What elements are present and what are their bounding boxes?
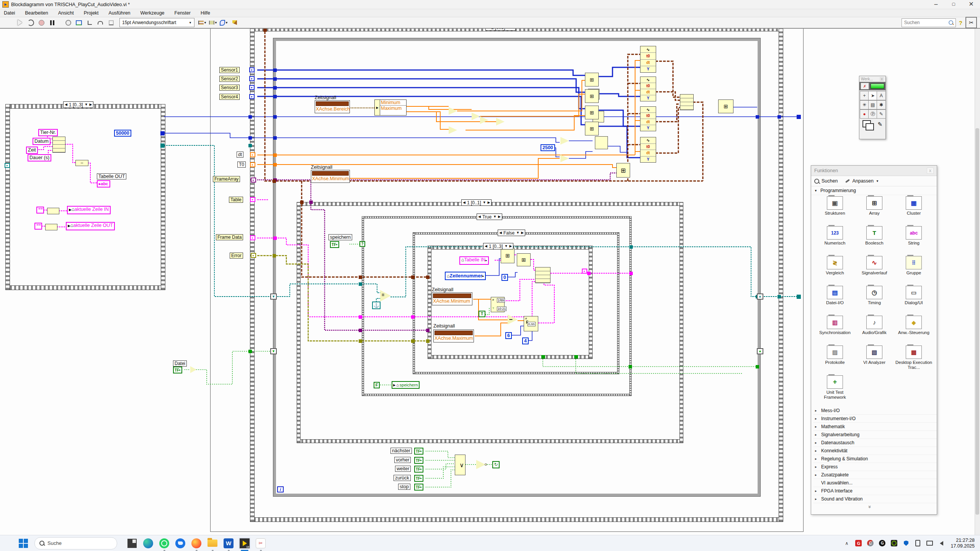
property-node-bereich[interactable]: XAchse.Bereich <box>315 100 350 113</box>
property-node-min-inner[interactable]: XAchse.Minimum <box>432 292 472 305</box>
seq3-selector[interactable]: ◀1 [0..3]▼▶ <box>483 243 513 249</box>
constant-0[interactable]: 0 <box>501 274 508 281</box>
expand-icon[interactable]: ▼ <box>814 189 817 192</box>
tray-ccleaner-icon[interactable]: C <box>867 540 874 546</box>
constant-4[interactable]: 4 <box>522 337 529 344</box>
tray-network-icon[interactable] <box>926 540 933 546</box>
palette-item-unit-test[interactable]: +Unit Test Framework <box>815 375 855 400</box>
start-button[interactable] <box>17 537 29 549</box>
prop-item[interactable]: XAchse.Bereich <box>315 106 350 112</box>
palette-item-datei-io[interactable]: ▤Datei-I/O <box>815 286 855 305</box>
datei-boolean[interactable]: TF▸ <box>173 367 182 373</box>
property-node-max-inner[interactable]: XAchse.Maximum <box>433 329 474 342</box>
palette-item-strukturen[interactable]: ▣Strukturen <box>815 196 855 216</box>
constant-true[interactable]: T <box>479 311 485 317</box>
cleanup-diagram-button[interactable] <box>230 19 239 26</box>
array-subset-node[interactable]: ⊞ <box>585 89 599 103</box>
taskbar-thunderbird[interactable] <box>174 537 186 549</box>
index-array-node[interactable]: ⊞ <box>501 248 514 263</box>
menu-werkzeuge[interactable]: Werkzeuge <box>140 10 165 16</box>
next-frame-icon[interactable]: ▶ <box>488 201 490 204</box>
prop-item[interactable]: XAchse.Maximum <box>434 336 474 341</box>
palette-cat-instrumenten-io[interactable]: ▸Instrumenten-I/O <box>813 415 937 423</box>
palette-cat-datenaustausch[interactable]: ▸Datenaustausch <box>813 439 937 447</box>
palette-cat-fpga[interactable]: ▸FPGA Interface <box>813 487 937 495</box>
dropdown-icon[interactable]: ▼ <box>85 103 88 106</box>
palette-item-dialog-ui[interactable]: ▭Dialog/UI <box>894 286 934 305</box>
auto-tool-icon[interactable]: ✗ <box>861 83 869 90</box>
constant-2500[interactable]: 2500 <box>541 144 555 151</box>
error-label[interactable]: Error <box>230 253 243 259</box>
breakpoint-tool-icon[interactable]: ● <box>860 109 869 119</box>
unbundle-node[interactable]: ▶MinimumMaximum <box>374 99 407 116</box>
v-scrollbar-thumb[interactable] <box>975 128 979 515</box>
t0-label[interactable]: T0 <box>237 161 246 168</box>
taskbar-whatsapp[interactable] <box>158 537 170 549</box>
step-over-icon[interactable] <box>96 19 105 26</box>
taskbar-labview[interactable]: 19 <box>238 537 251 549</box>
palette-cat-mathematik[interactable]: ▸Mathematik <box>813 423 937 431</box>
pause-button[interactable] <box>48 19 56 26</box>
tray-usb-icon[interactable] <box>915 540 921 546</box>
position-tool-icon[interactable]: ➤ <box>868 91 877 100</box>
dt-label[interactable]: dt <box>237 152 243 158</box>
control-dauer[interactable]: Dauer (s) <box>28 154 51 161</box>
local-var-speichern[interactable]: ▶⌂speichern <box>392 381 420 389</box>
prop-item[interactable]: XAchse.Minimum <box>311 176 350 181</box>
local-var-zeilennummer[interactable]: ⌂Zeilennummer▸ <box>445 272 486 280</box>
case-true-selector[interactable]: ◀True▼▶ <box>477 214 502 220</box>
palette-cat-konnektivitaet[interactable]: ▸Konnektivität <box>813 447 937 455</box>
speichern-label[interactable]: speichern <box>328 234 352 240</box>
prop-item[interactable]: XAchse.Minimum <box>432 298 472 304</box>
prev-frame-icon[interactable]: ◀ <box>463 201 466 204</box>
close-icon[interactable]: x <box>927 168 934 174</box>
taskbar-snipping[interactable]: ✂ <box>255 537 267 549</box>
retain-wire-values-icon[interactable] <box>75 19 83 26</box>
seq-left-selector[interactable]: ◀1 [0..3]▼▶ <box>63 101 93 108</box>
index-array-node[interactable]: ⊞ <box>517 253 531 266</box>
button-stop-label[interactable]: stop <box>398 484 410 490</box>
align-objects-button[interactable]: ▼ <box>198 19 207 26</box>
constant-6[interactable]: 6 <box>505 332 512 339</box>
menu-hilfe[interactable]: Hilfe <box>201 10 210 16</box>
tray-ghub-icon[interactable]: G <box>879 540 885 546</box>
array-node[interactable] <box>47 208 59 214</box>
frame-index-node[interactable]: ⊞ <box>616 163 630 178</box>
button-weiter-label[interactable]: weiter <box>395 466 411 472</box>
run-continuous-button[interactable] <box>26 19 35 26</box>
probe-tool-icon[interactable]: Ⓟ <box>868 109 877 119</box>
minimize-button[interactable]: – <box>927 0 945 9</box>
indicator-tabelle-out-label[interactable]: Tabelle OUT <box>97 173 126 179</box>
palette-cat-regelung[interactable]: ▸Regelung & Simulation <box>813 455 937 463</box>
build-waveform-node[interactable]: ∿t0dtY <box>640 106 656 131</box>
string-constant[interactable]: "" <box>34 223 42 230</box>
palette-item-audio-grafik[interactable]: ♪Audio/Grafik <box>854 316 894 335</box>
step-out-icon[interactable] <box>107 19 115 26</box>
button-vorher-label[interactable]: vorher <box>394 457 411 463</box>
taskbar-app-dark[interactable] <box>126 537 138 549</box>
context-help-button[interactable]: ? <box>959 20 962 26</box>
taskbar-edge[interactable] <box>142 537 154 549</box>
palette-cat-vi-auswaehlen[interactable]: VI auswählen... <box>813 479 937 487</box>
or-node[interactable]: ∨ <box>455 455 466 475</box>
sensor1-label[interactable]: Sensor1 <box>219 67 240 73</box>
palette-cat-mess-io[interactable]: ▸Mess-I/O <box>813 407 937 415</box>
anchor-node[interactable]: ⚓ <box>372 302 381 309</box>
shift-register-right[interactable]: ▼ <box>757 348 763 354</box>
menu-projekt[interactable]: Projekt <box>84 10 99 16</box>
operate-tool-icon[interactable]: + <box>860 91 869 100</box>
next-frame-icon[interactable]: ▶ <box>510 245 512 248</box>
palette-section-programmierung[interactable]: Programmierung <box>820 188 856 193</box>
local-var-aktuelle-zeile-out[interactable]: ▶⌂aktuelle Zeile OUT <box>66 222 115 230</box>
palette-customize-button[interactable]: Anpassen <box>852 178 874 184</box>
run-button[interactable] <box>16 19 24 26</box>
palette-item-desktop-execution[interactable]: ▩Desktop Execution Trac... <box>894 346 934 370</box>
indicator-tabelle-out[interactable]: ▸abc <box>97 180 110 187</box>
tray-clock[interactable]: 21:27:28 17.09.2025 <box>951 538 975 549</box>
local-var-tabelle-in[interactable]: ⌂Tabelle IN▸ <box>459 256 489 265</box>
palette-item-cluster[interactable]: ▦Cluster <box>894 196 934 216</box>
frame-data-label[interactable]: Frame Data <box>216 234 243 240</box>
button-stop-tf[interactable]: TF▸ <box>414 484 423 491</box>
menu-bearbeiten[interactable]: Bearbeiten <box>25 10 48 16</box>
sensor4-label[interactable]: Sensor4 <box>219 94 240 100</box>
